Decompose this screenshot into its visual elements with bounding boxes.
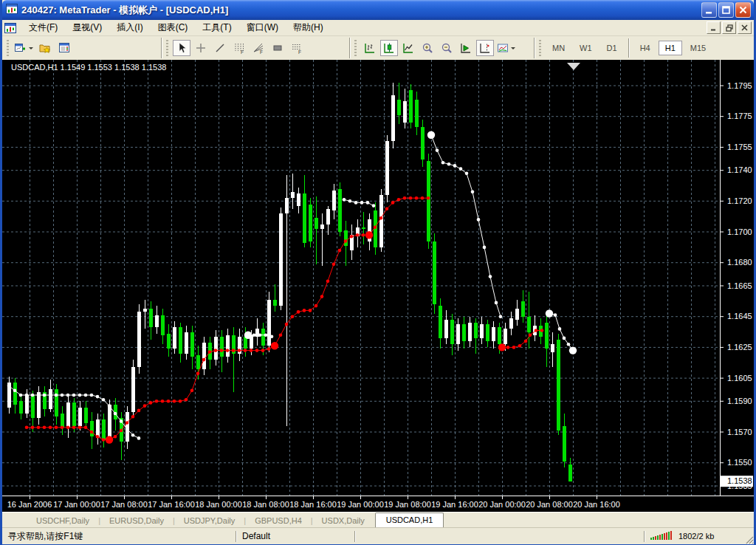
chart-tab-usdjpy-daily[interactable]: USDJPY,Daily — [175, 514, 244, 527]
line-chart-icon — [402, 42, 414, 54]
time-axis-label: 18 Jan 00:00 — [195, 500, 242, 509]
menu-item-help[interactable]: 帮助(H) — [286, 20, 331, 35]
chart-info-label: USDCAD,H1 1.1549 1.1553 1.1538 1.1538 — [11, 63, 166, 72]
toolbar-button-zoom-in[interactable] — [419, 40, 436, 56]
close-button[interactable] — [735, 2, 751, 18]
time-axis-label: 20 Jan 00:00 — [478, 500, 526, 509]
bars-icon — [364, 42, 376, 54]
candles-icon — [383, 42, 395, 54]
resize-grip[interactable] — [743, 534, 754, 544]
status-bar: 寻求帮助,请按F1键 Default 1802/2 kb — [2, 527, 754, 544]
child-minimize-button[interactable] — [707, 21, 721, 34]
svg-text:F: F — [241, 49, 244, 55]
period-button-MN[interactable]: MN — [546, 41, 571, 55]
toolbar-button-line-chart[interactable] — [399, 40, 417, 56]
toolbar-button-indicators[interactable] — [495, 40, 517, 56]
period-button-D1[interactable]: D1 — [600, 41, 624, 55]
fibo-retracement-icon: F — [291, 42, 303, 54]
connection-traffic: 1802/2 kb — [678, 532, 714, 541]
trendline-icon — [214, 42, 226, 54]
toolbar-button-trendline[interactable] — [211, 40, 229, 56]
toolbar-grip[interactable] — [166, 40, 168, 56]
toolbar-button-candlesticks[interactable] — [380, 40, 398, 56]
svg-text:1.1538: 1.1538 — [727, 476, 752, 485]
toolbar-button-market-watch[interactable] — [55, 40, 73, 56]
child-close-button[interactable] — [738, 21, 752, 34]
menu-item-file[interactable]: 文件(F) — [21, 20, 65, 35]
maximize-button[interactable] — [718, 2, 734, 18]
toolbar-button-fibo-fan[interactable]: F — [250, 40, 267, 56]
status-connection: 1802/2 kb — [645, 530, 754, 542]
chart-tab-gbpusd-h4[interactable]: GBPUSD,H4 — [246, 514, 311, 527]
child-window-controls — [707, 21, 752, 34]
menu-item-insert[interactable]: 插入(I) — [109, 20, 150, 35]
toolbar-grip[interactable] — [539, 40, 541, 56]
menu-item-charts[interactable]: 图表(C) — [151, 20, 196, 35]
toolbar-grip[interactable] — [354, 40, 357, 56]
menu-item-tools[interactable]: 工具(T) — [195, 20, 238, 35]
auto-scroll-icon — [460, 42, 472, 54]
chart-tab-eurusd-daily[interactable]: EURUSD,Daily — [100, 514, 173, 527]
price-axis-label: 1.1665 — [727, 281, 752, 290]
zoom-in-icon — [422, 42, 433, 54]
chart-tab-usdchf-daily[interactable]: USDCHF,Daily — [27, 514, 98, 527]
period-button-W1[interactable]: W1 — [573, 41, 599, 55]
period-button-H4[interactable]: H4 — [633, 41, 657, 55]
time-axis-label: 16 Jan 2006 — [7, 500, 52, 509]
current-price-badge: 1.1538 — [721, 476, 753, 487]
toolbar-button-auto-scroll[interactable] — [457, 40, 475, 56]
toolbar-line-studies: FFF — [172, 36, 306, 60]
chart-tab-usdcad-h1[interactable]: USDCAD,H1 — [375, 513, 444, 527]
time-axis-label: 17 Jan 16:00 — [148, 500, 195, 509]
toolbar-grip[interactable] — [7, 40, 9, 56]
price-axis-label: 1.1795 — [727, 81, 752, 90]
metatrader-window: 240427: MetaTrader - 模拟帐户 - [USDCAD,H1] … — [0, 0, 756, 545]
period-button-M15[interactable]: M15 — [684, 41, 712, 55]
toolbar-button-cursor[interactable] — [173, 40, 190, 56]
time-axis-label: 17 Jan 08:00 — [100, 500, 148, 509]
profiles-icon — [39, 42, 51, 54]
status-help-text: 寻求帮助,请按F1键 — [2, 530, 236, 543]
dropdown-caret-icon — [511, 47, 515, 52]
toolbar-button-zoom-out[interactable] — [438, 40, 456, 56]
price-axis-label: 1.1680 — [727, 258, 752, 267]
menu-item-view[interactable]: 显视(V) — [65, 20, 109, 35]
chart-tab-usdx-daily[interactable]: USDX,Daily — [313, 514, 374, 527]
zoom-out-icon — [441, 42, 453, 54]
toolbar-button-new-chart[interactable] — [13, 40, 35, 56]
toolbar-separator — [628, 38, 629, 58]
dropdown-caret-icon — [29, 47, 33, 52]
toolbar-separator — [349, 38, 350, 58]
time-axis-label: 18 Jan 16:00 — [289, 500, 337, 509]
menu-item-window[interactable]: 窗口(W) — [239, 20, 286, 35]
toolbar-button-chart-shift[interactable] — [476, 40, 494, 56]
candlestick-chart[interactable]: 1.17951.17751.17551.17401.17201.17001.16… — [2, 60, 754, 512]
status-profile[interactable]: Default — [236, 531, 354, 541]
toolbar-button-bar-chart[interactable] — [361, 40, 379, 56]
svg-text:F: F — [298, 49, 301, 55]
toolbar-button-fibo-retracement[interactable]: F — [288, 40, 306, 56]
toolbar-button-fibo-timezones[interactable]: F — [230, 40, 248, 56]
time-axis-label: 20 Jan 08:00 — [526, 500, 573, 509]
toolbar-button-crosshair[interactable] — [192, 40, 210, 56]
toolbar-separator — [534, 38, 535, 58]
chart-window-icon[interactable] — [4, 22, 16, 34]
svg-text:F: F — [260, 49, 263, 55]
toolbar-charts — [360, 36, 518, 60]
chart-shift-icon — [479, 42, 491, 54]
toolbar-button-rectangle[interactable] — [269, 40, 286, 56]
rectangle-icon — [272, 42, 284, 54]
window-title: 240427: MetaTrader - 模拟帐户 - [USDCAD,H1] — [21, 4, 701, 17]
toolbar-standard — [13, 36, 74, 60]
menu-items: 文件(F)显视(V)插入(I)图表(C)工具(T)窗口(W)帮助(H) — [21, 20, 331, 35]
toolbar-button-profiles[interactable] — [36, 40, 54, 56]
time-axis-label: 18 Jan 08:00 — [242, 500, 289, 509]
price-axis-label: 1.1755 — [727, 143, 752, 151]
toolbar-periods: MNW1D1H4H1M15 — [545, 36, 713, 60]
window-controls — [701, 2, 751, 18]
main-toolbar: FFF MNW1D1H4H1M15 — [2, 36, 754, 60]
minimize-button[interactable] — [701, 2, 717, 18]
child-restore-button[interactable] — [722, 21, 736, 34]
period-button-H1[interactable]: H1 — [659, 41, 682, 55]
chart-area[interactable]: 1.17951.17751.17551.17401.17201.17001.16… — [2, 60, 754, 512]
